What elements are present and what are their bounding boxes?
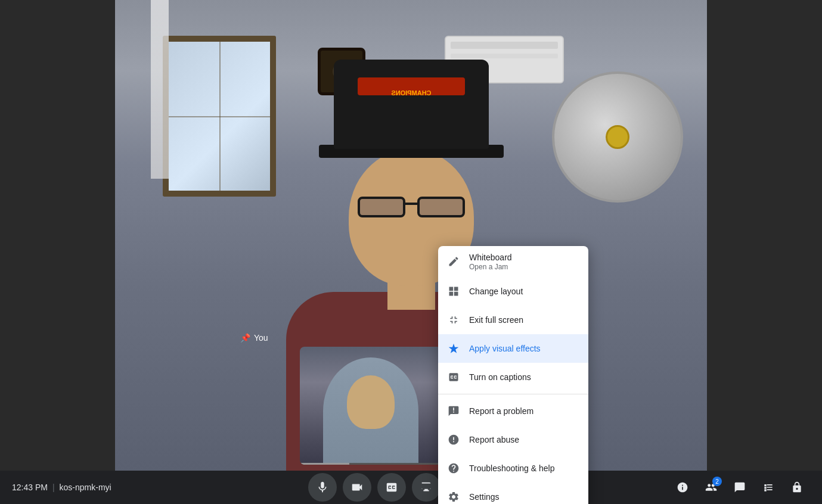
info-icon — [677, 481, 688, 493]
captions-button[interactable] — [377, 473, 406, 502]
layout-icon — [448, 285, 460, 297]
cc-icon — [385, 481, 398, 494]
people-badge: 2 — [712, 477, 722, 486]
sparkle-icon — [448, 343, 460, 354]
window-decoration — [163, 36, 276, 197]
activities-icon — [762, 481, 774, 493]
captions-icon — [448, 371, 460, 383]
whiteboard-sublabel: Open a Jam — [469, 263, 512, 271]
meeting-info-button[interactable] — [669, 474, 696, 500]
menu-divider-1 — [438, 394, 588, 394]
captions-label: Turn on captions — [469, 372, 531, 382]
you-text: You — [254, 333, 268, 343]
menu-item-report-abuse[interactable]: Report abuse — [438, 425, 588, 454]
change-layout-label: Change layout — [469, 287, 523, 296]
menu-item-captions[interactable]: Turn on captions — [438, 363, 588, 391]
settings-icon — [448, 491, 460, 503]
chat-icon — [734, 481, 746, 493]
video-progress-bar — [300, 463, 442, 465]
present-icon — [420, 481, 433, 494]
right-panel-icons: 2 — [669, 474, 810, 500]
whiteboard-content: Whiteboard Open a Jam — [469, 252, 512, 271]
fan-decoration — [552, 71, 683, 203]
context-menu: Whiteboard Open a Jam Change layout Exit… — [438, 246, 588, 504]
whiteboard-label: Whiteboard — [469, 252, 512, 263]
help-icon — [448, 462, 460, 474]
exit-fullscreen-label: Exit full screen — [469, 315, 523, 325]
time-divider: | — [52, 483, 55, 492]
edit-icon — [448, 256, 460, 267]
menu-item-change-layout[interactable]: Change layout — [438, 277, 588, 306]
lock-icon — [791, 481, 803, 493]
small-video-thumbnail[interactable] — [300, 347, 442, 465]
participant-label: 📌 You — [240, 333, 268, 343]
visual-effects-label: Apply visual effects — [469, 344, 541, 353]
report-abuse-icon — [448, 434, 460, 446]
meeting-time: 12:43 PM — [12, 483, 48, 492]
report-problem-label: Report a problem — [469, 406, 533, 416]
people-button[interactable]: 2 — [698, 474, 724, 500]
meeting-code: kos-npmk-myi — [60, 483, 111, 492]
mic-button[interactable] — [308, 473, 337, 502]
report-abuse-label: Report abuse — [469, 435, 519, 444]
present-button[interactable] — [412, 473, 441, 502]
meeting-info: 12:43 PM | kos-npmk-myi — [12, 483, 131, 492]
fullscreen-exit-icon — [448, 314, 460, 326]
activities-button[interactable] — [755, 474, 781, 500]
menu-item-settings[interactable]: Settings — [438, 483, 588, 504]
lock-button[interactable] — [784, 474, 810, 500]
settings-label: Settings — [469, 492, 500, 502]
mic-icon — [316, 481, 329, 494]
menu-item-visual-effects[interactable]: Apply visual effects — [438, 334, 588, 363]
glasses-decoration — [352, 197, 471, 220]
menu-item-troubleshooting[interactable]: Troubleshooting & help — [438, 454, 588, 483]
report-problem-icon — [448, 405, 460, 417]
troubleshooting-label: Troubleshooting & help — [469, 463, 554, 473]
menu-item-whiteboard[interactable]: Whiteboard Open a Jam — [438, 246, 588, 277]
bottom-bar: 12:43 PM | kos-npmk-myi — [0, 471, 822, 504]
menu-item-exit-fullscreen[interactable]: Exit full screen — [438, 306, 588, 334]
camera-button[interactable] — [343, 473, 371, 502]
chat-button[interactable] — [727, 474, 753, 500]
pin-icon: 📌 — [240, 333, 250, 343]
hat-body: CHAMPIONS — [334, 60, 489, 149]
curtain-decoration — [151, 0, 169, 179]
camera-icon — [350, 481, 364, 494]
menu-item-report-problem[interactable]: Report a problem — [438, 397, 588, 425]
